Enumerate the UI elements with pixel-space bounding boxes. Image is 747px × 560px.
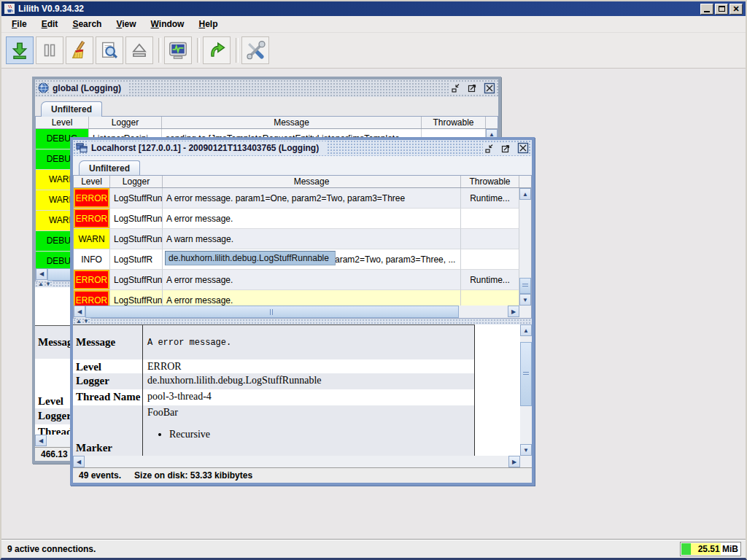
minimize-icon	[704, 11, 710, 12]
minimize-button[interactable]	[700, 4, 713, 15]
window-titlebar[interactable]: Lilith V0.9.34.32 ✕	[1, 1, 746, 16]
frame2-iconify-button[interactable]	[483, 142, 495, 155]
frame2-event-table: Level Logger Message Throwable ERROR Log…	[73, 175, 532, 319]
memory-used-bar	[681, 543, 691, 555]
iconify-icon	[450, 82, 461, 93]
divider-collapse-icons[interactable]: ▲▼	[38, 281, 53, 287]
frame2-close-button[interactable]	[516, 142, 529, 155]
go-to-source-button[interactable]	[203, 36, 231, 64]
table-row[interactable]: ERROR LogStuffRunna... A error message. …	[74, 270, 519, 290]
frame2-statusbar: 49 events. Size on disk: 53.33 kibibytes	[73, 467, 532, 483]
frame2-tab-unfiltered[interactable]: Unfiltered	[79, 160, 140, 176]
header-corner	[519, 176, 531, 187]
close-icon	[484, 82, 495, 94]
frame1-titlebar[interactable]: global (Logging)	[35, 79, 498, 97]
tools-icon	[244, 39, 266, 61]
frame1-tab-unfiltered[interactable]: Unfiltered	[41, 101, 102, 117]
globe-icon	[38, 82, 49, 93]
memory-status-widget[interactable]: 25.51 MiB	[680, 542, 741, 556]
col-throwable[interactable]: Throwable	[461, 176, 519, 187]
menu-edit[interactable]: Edit	[34, 17, 66, 31]
pause-icon	[40, 41, 59, 60]
window-title: Lilith V0.9.34.32	[18, 4, 84, 14]
close-icon	[517, 142, 529, 154]
table-row[interactable]: ERROR LogStuffRunna... A error message. …	[74, 188, 519, 209]
statistics-button[interactable]	[164, 36, 192, 64]
table-row[interactable]: WARN LogStuffRunna... A warn message.	[74, 229, 519, 249]
maximize-icon	[500, 143, 511, 154]
detail-marker-label: Marker	[73, 405, 143, 456]
menu-file[interactable]: File	[4, 17, 34, 31]
preferences-button[interactable]	[241, 36, 269, 64]
col-logger[interactable]: Logger	[110, 176, 163, 187]
find-button[interactable]	[96, 36, 123, 64]
clean-button[interactable]	[66, 36, 93, 64]
scroll-up-icon[interactable]: ▲	[519, 188, 531, 200]
menu-help[interactable]: Help	[191, 17, 225, 31]
frame2-vertical-scrollbar[interactable]: ▲ ▼	[519, 188, 531, 306]
detail-thread-label: Thread Name	[73, 389, 143, 405]
scroll-to-tail-button[interactable]	[6, 36, 34, 64]
iconify-icon	[484, 143, 495, 154]
internal-frame-localhorst[interactable]: Localhorst [127.0.0.1] - 20090121T113403…	[70, 137, 535, 486]
close-icon: ✕	[732, 5, 739, 13]
menu-window[interactable]: Window	[144, 17, 192, 31]
toolbar-separator	[194, 36, 201, 64]
scrollbar-thumb[interactable]	[85, 306, 459, 318]
maximize-icon	[719, 6, 725, 12]
frame2-maximize-button[interactable]	[500, 142, 512, 155]
frame1-iconify-button[interactable]	[449, 82, 462, 94]
scroll-left-icon[interactable]: ◀	[73, 456, 85, 467]
scroll-left-icon[interactable]: ◀	[35, 435, 47, 446]
menu-view[interactable]: View	[109, 17, 143, 31]
scroll-right-icon[interactable]: ▶	[508, 456, 520, 467]
scrollbar-thumb[interactable]	[520, 342, 532, 406]
scrollbar-thumb[interactable]	[519, 278, 531, 294]
lilith-main-window: Lilith V0.9.34.32 ✕ File Edit Search Vie…	[0, 0, 747, 560]
col-level[interactable]: Level	[36, 117, 89, 128]
frame1-close-button[interactable]	[483, 82, 495, 94]
frame2-detail-view: Message A error message. Level ERROR Log…	[73, 324, 520, 456]
disconnect-button[interactable]	[125, 36, 153, 64]
menu-search[interactable]: Search	[65, 17, 109, 31]
frame2-split-divider[interactable]: ▲▼	[73, 319, 532, 324]
menubar: File Edit Search View Window Help	[1, 16, 746, 33]
frame1-maximize-button[interactable]	[466, 82, 479, 94]
level-badge: ERROR	[74, 188, 109, 208]
frame2-disk-size: Size on disk: 53.33 kibibytes	[134, 470, 252, 481]
col-level[interactable]: Level	[74, 176, 110, 187]
frame2-rows: ERROR LogStuffRunna... A error message. …	[74, 188, 519, 306]
col-logger[interactable]: Logger	[89, 117, 162, 128]
frame2-tabbar: Unfiltered	[73, 156, 532, 175]
frame2-detail-horizontal-scrollbar[interactable]: ◀ ▶	[73, 456, 520, 467]
header-corner	[486, 117, 498, 128]
eject-icon	[130, 41, 149, 60]
frame2-horizontal-scrollbar[interactable]: ◀ ▶	[74, 306, 519, 318]
scroll-down-icon[interactable]: ▼	[520, 444, 532, 456]
table-row[interactable]: ERROR LogStuffRunna... A error message.	[74, 209, 519, 229]
scroll-up-icon[interactable]: ▲	[520, 324, 532, 336]
green-arrow-icon	[206, 40, 227, 61]
scroll-left-icon[interactable]: ◀	[74, 306, 85, 317]
level-badge: ERROR	[74, 290, 109, 306]
toolbar	[1, 33, 746, 69]
frame2-detail-vertical-scrollbar[interactable]: ▲ ▼	[520, 324, 532, 456]
frame2-titlebar[interactable]: Localhorst [127.0.0.1] - 20090121T113403…	[73, 140, 532, 156]
table-row-selected[interactable]: ERROR LogStuffRunna... A error message.	[74, 290, 519, 306]
broom-icon	[69, 40, 90, 61]
maximize-button[interactable]	[715, 4, 728, 15]
memory-label: 25.51 MiB	[698, 544, 738, 554]
scroll-left-icon[interactable]: ◀	[36, 268, 47, 280]
col-message[interactable]: Message	[163, 176, 461, 187]
scroll-down-icon[interactable]: ▼	[519, 294, 531, 306]
col-message[interactable]: Message	[162, 117, 422, 128]
scroll-right-icon[interactable]: ▶	[508, 306, 519, 317]
maximize-icon	[467, 82, 478, 93]
divider-collapse-icons[interactable]: ▲▼	[76, 318, 90, 324]
col-throwable[interactable]: Throwable	[422, 117, 486, 128]
logger-tooltip: de.huxhorn.lilith.debug.LogStuffRunnable	[165, 251, 336, 265]
close-button[interactable]: ✕	[729, 4, 743, 15]
detail-level-value: ERROR	[143, 359, 475, 373]
pause-button[interactable]	[36, 36, 63, 64]
detail-message-label: Message	[73, 325, 143, 359]
